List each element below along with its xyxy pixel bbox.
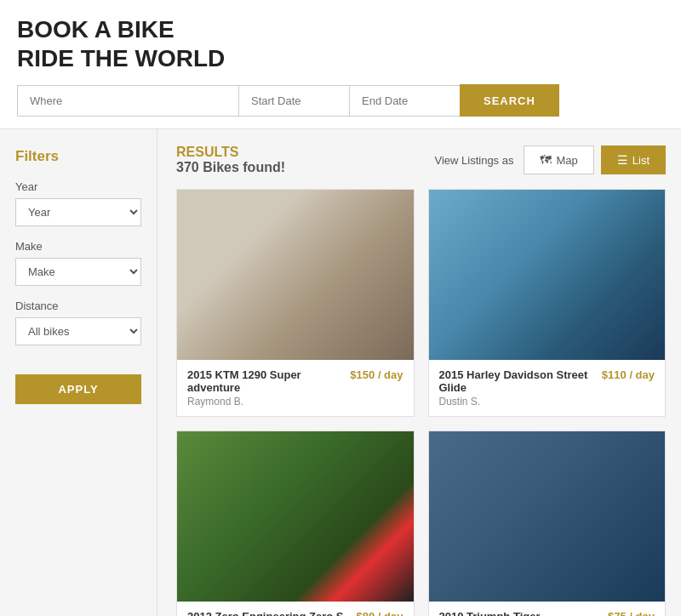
header: BOOK A BIKE RIDE THE WORLD SEARCH <box>0 0 681 129</box>
make-label: Make <box>15 240 141 253</box>
results-title: RESULTS 370 Bikes found! <box>176 145 285 175</box>
map-view-button[interactable]: 🗺 Map <box>524 145 593 174</box>
apply-button[interactable]: APPLY <box>15 374 141 404</box>
site-title: BOOK A BIKE RIDE THE WORLD <box>17 15 664 72</box>
sidebar: Filters Year Year 2023 2022 2021 2020 20… <box>0 129 157 616</box>
results-count: 370 Bikes found! <box>176 160 285 174</box>
distance-label: Distance <box>15 299 141 312</box>
bike-price: $80 / day <box>357 610 403 616</box>
search-end-date-input[interactable] <box>349 85 460 117</box>
bike-grid: 2015 KTM 1290 Super adventure $150 / day… <box>176 189 666 616</box>
search-start-date-input[interactable] <box>238 85 349 117</box>
bike-image <box>177 431 414 602</box>
list-view-button[interactable]: ☰ List <box>601 145 666 174</box>
bike-info: 2010 Triumph Tiger $75 / day Brett S. <box>429 602 666 616</box>
distance-select[interactable]: All bikes Within 10 miles Within 25 mile… <box>15 317 141 345</box>
bike-info: 2015 KTM 1290 Super adventure $150 / day… <box>177 360 414 416</box>
bike-card[interactable]: 2010 Triumph Tiger $75 / day Brett S. <box>428 431 667 616</box>
search-bar: SEARCH <box>17 84 664 117</box>
bike-name: 2012 Zero Engineering Zero S <box>187 610 344 616</box>
bike-name: 2010 Triumph Tiger <box>439 610 541 616</box>
main-content: Filters Year Year 2023 2022 2021 2020 20… <box>0 129 681 616</box>
view-listings-label: View Listings as <box>434 154 513 167</box>
year-select[interactable]: Year 2023 2022 2021 2020 2019 2018 2017 … <box>15 198 141 226</box>
bike-owner: Raymond B. <box>187 396 403 408</box>
bike-price: $75 / day <box>608 610 655 616</box>
bike-image <box>429 190 666 360</box>
bike-owner: Dustin S. <box>439 396 655 408</box>
bike-card[interactable]: 2012 Zero Engineering Zero S $80 / day C… <box>176 431 415 616</box>
bike-image <box>429 431 666 602</box>
bike-card[interactable]: 2015 KTM 1290 Super adventure $150 / day… <box>176 189 415 417</box>
bike-name: 2015 Harley Davidson Street Glide <box>439 368 602 394</box>
bike-info: 2015 Harley Davidson Street Glide $110 /… <box>429 360 666 416</box>
bike-info: 2012 Zero Engineering Zero S $80 / day C… <box>177 602 414 616</box>
bike-card[interactable]: 2015 Harley Davidson Street Glide $110 /… <box>428 189 667 417</box>
make-filter-group: Make Make KTM Harley Davidson Zero Trium… <box>15 240 141 286</box>
view-toggle: View Listings as 🗺 Map ☰ List <box>434 145 666 174</box>
list-icon: ☰ <box>617 153 628 167</box>
distance-filter-group: Distance All bikes Within 10 miles Withi… <box>15 299 141 345</box>
bike-image <box>177 190 414 360</box>
results-label: RESULTS <box>176 145 238 159</box>
make-select[interactable]: Make KTM Harley Davidson Zero Triumph Ho… <box>15 258 141 286</box>
search-button[interactable]: SEARCH <box>460 84 559 117</box>
results-area: RESULTS 370 Bikes found! View Listings a… <box>157 129 681 616</box>
year-filter-group: Year Year 2023 2022 2021 2020 2019 2018 … <box>15 180 141 226</box>
results-header: RESULTS 370 Bikes found! View Listings a… <box>176 145 666 175</box>
year-label: Year <box>15 180 141 193</box>
bike-price: $150 / day <box>350 368 403 381</box>
map-icon: 🗺 <box>540 153 552 167</box>
search-where-input[interactable] <box>17 85 238 117</box>
bike-name: 2015 KTM 1290 Super adventure <box>187 368 350 394</box>
filters-heading: Filters <box>15 148 141 165</box>
bike-price: $110 / day <box>602 368 655 381</box>
